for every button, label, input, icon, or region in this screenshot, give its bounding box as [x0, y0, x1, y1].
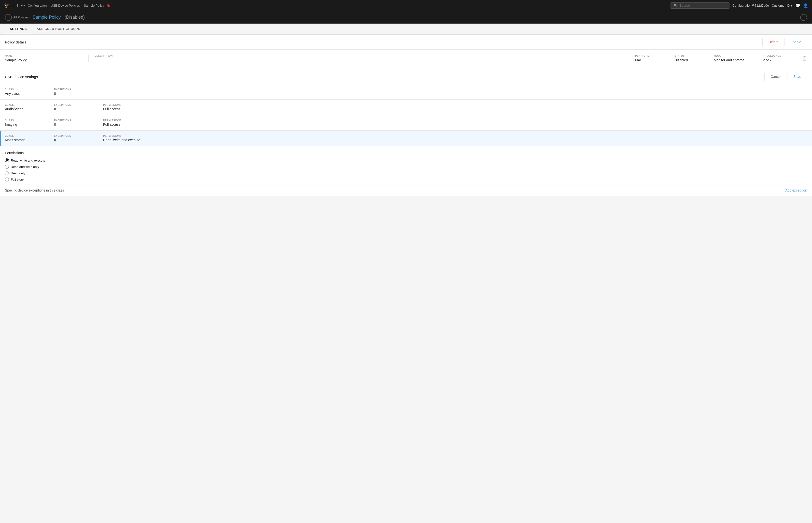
class-row-mass-storage[interactable]: CLASS Mass storage EXCEPTIONS 0 PERMISSI…: [0, 131, 812, 146]
apps-icon[interactable]: ▪▪▪: [21, 3, 25, 7]
platform-field: PLATFORM Mac: [635, 55, 665, 62]
main-content: Policy details Delete Enable NAME Sample…: [0, 35, 812, 196]
mass-storage-exceptions-value: 0: [54, 138, 103, 142]
audio-video-permissions-label: PERMISSIONS: [103, 104, 807, 106]
policy-details-title: Policy details: [5, 40, 762, 44]
usb-settings-title: USB device settings: [5, 75, 764, 79]
nav-right: Configuration@712d7d0e Customer ID ▾ 💬 👤: [733, 3, 808, 8]
name-value: Sample Policy: [5, 58, 78, 62]
search-input[interactable]: [680, 4, 726, 7]
audio-video-exceptions-field: EXCEPTIONS 0: [54, 104, 103, 111]
imaging-class-label: CLASS: [5, 119, 54, 122]
audio-video-class-field: CLASS Audio/Video: [5, 104, 54, 111]
breadcrumb-configuration[interactable]: Configuration: [28, 4, 47, 7]
nav-icons: ⋮⋮ ▪▪▪: [12, 3, 25, 7]
permission-fb-radio[interactable]: [5, 178, 9, 181]
account-selector[interactable]: Configuration@712d7d0e Customer ID ▾: [733, 4, 792, 7]
policy-status-badge: (Disabled): [65, 15, 85, 20]
policy-name: Sample Policy: [33, 15, 61, 20]
permission-ro[interactable]: Read only: [5, 171, 807, 175]
edit-icon[interactable]: 📋: [802, 56, 807, 61]
platform-value: Mac: [635, 58, 665, 62]
status-field: STATUS Disabled: [674, 55, 704, 62]
audio-video-exceptions-value: 0: [54, 107, 103, 111]
mass-storage-permissions-field: PERMISSIONS Read, write and execute: [103, 134, 807, 142]
mass-storage-permissions-value: Read, write and execute: [103, 138, 807, 142]
falcon-logo: 🦅: [4, 3, 9, 8]
policy-details-actions: Delete Enable: [762, 38, 807, 46]
specific-exceptions-title: Specific device exceptions in this class: [5, 188, 64, 192]
imaging-exceptions-label: EXCEPTIONS: [54, 119, 103, 122]
mode-field: MODE Monitor and enforce: [714, 55, 753, 62]
back-arrow-circle: ‹: [5, 14, 12, 21]
permission-rwo-radio[interactable]: [5, 165, 9, 169]
messages-icon[interactable]: 💬: [795, 3, 800, 8]
permissions-title: Permissions: [5, 151, 807, 155]
status-value: Disabled: [674, 58, 704, 62]
precedence-field: PRECEDENCE 2 of 2: [763, 55, 792, 62]
imaging-permissions-value: Full access: [103, 123, 807, 126]
breadcrumb-sep-2: ›: [81, 4, 82, 7]
permission-fb-label: Full block: [11, 178, 24, 181]
add-exception-button[interactable]: Add exception: [785, 188, 807, 192]
delete-button[interactable]: Delete: [762, 38, 784, 46]
any-class-value: Any class: [5, 92, 54, 95]
permission-fb[interactable]: Full block: [5, 178, 807, 181]
class-row-audio-video[interactable]: CLASS Audio/Video EXCEPTIONS 0 PERMISSIO…: [0, 100, 812, 115]
imaging-permissions-field: PERMISSIONS Full access: [103, 119, 807, 126]
name-label: NAME: [5, 55, 78, 57]
platform-label: PLATFORM: [635, 55, 665, 57]
mass-storage-class-label: CLASS: [5, 134, 54, 137]
permission-rwe[interactable]: Read, write and execute: [5, 158, 807, 162]
back-button[interactable]: ‹ All Policies: [5, 14, 29, 21]
imaging-permissions-label: PERMISSIONS: [103, 119, 807, 122]
permission-rwe-radio[interactable]: [5, 158, 9, 162]
precedence-value: 2 of 2: [763, 58, 792, 62]
tabs-bar: Settings Assigned Host Groups: [0, 23, 812, 35]
permission-rwe-label: Read, write and execute: [11, 159, 45, 162]
tab-assigned-host-groups[interactable]: Assigned Host Groups: [32, 23, 85, 34]
class-row-imaging[interactable]: CLASS Imaging EXCEPTIONS 0 PERMISSIONS F…: [0, 115, 812, 131]
class-row-any[interactable]: CLASS Any class EXCEPTIONS 0: [0, 84, 812, 100]
any-exceptions-label: EXCEPTIONS: [54, 88, 103, 91]
mass-storage-exceptions-field: EXCEPTIONS 0: [54, 134, 103, 142]
grid-icon[interactable]: ⋮⋮: [12, 3, 19, 7]
cancel-button[interactable]: Cancel: [764, 73, 787, 80]
any-exceptions-field: EXCEPTIONS 0: [54, 88, 103, 95]
any-exceptions-value: 0: [54, 92, 103, 95]
save-button[interactable]: Save: [787, 73, 807, 80]
audio-video-permissions-value: Full access: [103, 107, 807, 111]
bookmark-icon[interactable]: 🔖: [107, 4, 110, 7]
permission-ro-label: Read only: [11, 172, 25, 175]
forward-arrow-button[interactable]: ›: [800, 14, 807, 21]
search-bar[interactable]: 🔍: [670, 2, 729, 8]
sub-header: ‹ All Policies Sample Policy (Disabled) …: [0, 11, 812, 23]
mass-storage-class-field: CLASS Mass storage: [5, 134, 54, 142]
status-label: STATUS: [674, 55, 704, 57]
audio-video-exceptions-label: EXCEPTIONS: [54, 104, 103, 106]
imaging-exceptions-value: 0: [54, 123, 103, 126]
breadcrumb: Configuration › USB Device Policies › Sa…: [28, 4, 110, 7]
chevron-down-icon: ▾: [791, 4, 792, 7]
audio-video-permissions-field: PERMISSIONS Full access: [103, 104, 807, 111]
search-icon: 🔍: [674, 4, 678, 7]
account-customer-label: Customer ID: [772, 4, 790, 7]
permission-ro-radio[interactable]: [5, 171, 9, 175]
tab-settings[interactable]: Settings: [5, 23, 32, 34]
permission-rwo-label: Read and write only: [11, 165, 39, 169]
enable-button[interactable]: Enable: [784, 38, 807, 46]
nav-action-icons: 💬 👤: [795, 3, 808, 8]
back-label: All Policies: [13, 16, 29, 19]
breadcrumb-sep-1: ›: [48, 4, 49, 7]
mode-value: Monitor and enforce: [714, 58, 753, 62]
desc-label: DESCRIPTION: [94, 55, 625, 57]
usb-settings-actions: Cancel Save: [764, 73, 807, 80]
permission-rwo[interactable]: Read and write only: [5, 165, 807, 169]
user-icon[interactable]: 👤: [803, 3, 808, 8]
mass-storage-exceptions-label: EXCEPTIONS: [54, 134, 103, 137]
permissions-section: Permissions Read, write and execute Read…: [0, 146, 812, 184]
precedence-label: PRECEDENCE: [763, 55, 792, 57]
any-class-field: CLASS Any class: [5, 88, 54, 95]
breadcrumb-usb-policies[interactable]: USB Device Policies: [51, 4, 80, 7]
mass-storage-permissions-label: PERMISSIONS: [103, 134, 807, 137]
